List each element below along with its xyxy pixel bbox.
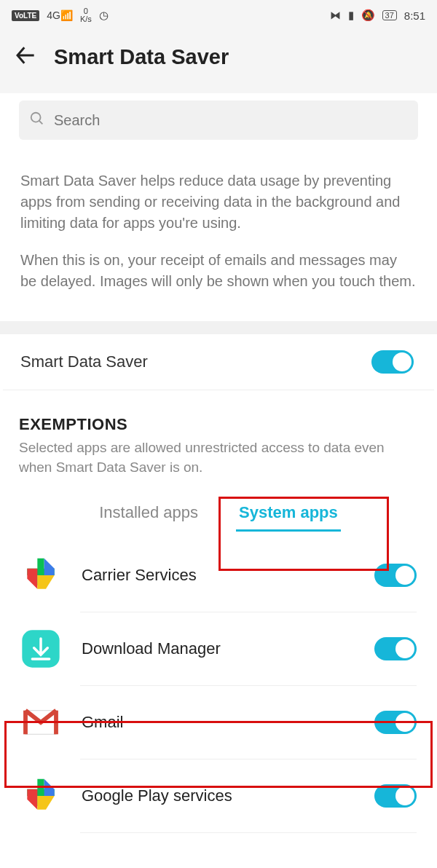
app-name: Download Manager (82, 639, 354, 658)
network-type: 4G📶 (47, 9, 73, 21)
mute-icon: 🔕 (361, 9, 375, 22)
search-input[interactable] (54, 112, 408, 129)
description-p2: When this is on, your receipt of emails … (20, 250, 417, 292)
gmail-icon (20, 702, 61, 743)
svg-point-0 (31, 113, 41, 122)
clock-time: 8:51 (404, 9, 425, 22)
search-icon (29, 111, 45, 130)
google-play-services-switch[interactable] (374, 784, 417, 808)
battery-icon: ▮ (348, 9, 354, 22)
smart-data-saver-label: Smart Data Saver (20, 352, 148, 371)
description-p1: Smart Data Saver helps reduce data usage… (20, 170, 417, 234)
exemptions-subtitle: Selected apps are allowed unrestricted a… (0, 438, 437, 490)
download-manager-icon (20, 628, 61, 669)
search-wrap (0, 93, 437, 147)
back-arrow-icon[interactable] (15, 44, 38, 70)
google-play-services-icon (20, 776, 61, 816)
smart-data-saver-toggle-row: Smart Data Saver (3, 334, 434, 390)
status-right: ⧓ ▮ 🔕 37 8:51 (330, 9, 425, 22)
status-left: VoLTE 4G📶 0K/s ◷ (12, 7, 109, 23)
tab-system-apps[interactable]: System apps (236, 497, 341, 532)
carrier-services-icon (20, 555, 61, 596)
section-gap (0, 321, 437, 334)
volte-badge: VoLTE (12, 10, 39, 21)
carrier-services-switch[interactable] (374, 564, 417, 587)
search-box[interactable] (19, 100, 418, 140)
description-block: Smart Data Saver helps reduce data usage… (0, 147, 437, 321)
list-item: Carrier Services (0, 539, 437, 612)
download-manager-switch[interactable] (374, 637, 417, 660)
app-list: Carrier Services Download Manager Gmail … (0, 532, 437, 833)
smart-data-saver-switch[interactable] (371, 350, 414, 374)
page-header: Smart Data Saver (0, 31, 437, 93)
app-name: Carrier Services (82, 566, 354, 585)
app-name: Google Play services (82, 786, 354, 805)
list-item: Google Play services (0, 760, 437, 832)
status-bar: VoLTE 4G📶 0K/s ◷ ⧓ ▮ 🔕 37 8:51 (0, 0, 437, 31)
list-item: Download Manager (0, 612, 437, 685)
list-item: Gmail (0, 686, 437, 759)
exemptions-tabs: Installed apps System apps (0, 490, 437, 532)
app-name: Gmail (82, 713, 354, 732)
clock-icon: ◷ (99, 9, 109, 22)
page-title: Smart Data Saver (54, 45, 229, 69)
tab-installed-apps[interactable]: Installed apps (96, 497, 201, 532)
exemptions-title: EXEMPTIONS (0, 390, 437, 438)
bluetooth-icon: ⧓ (330, 9, 341, 22)
battery-level: 37 (382, 10, 397, 20)
gmail-switch[interactable] (374, 711, 417, 734)
data-speed: 0K/s (80, 7, 92, 23)
